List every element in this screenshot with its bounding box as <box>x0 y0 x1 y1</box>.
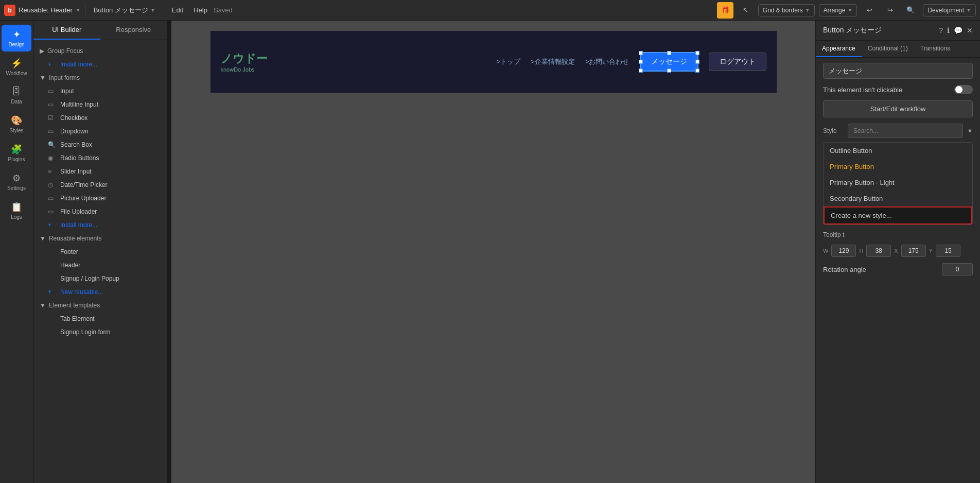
nav-link-top[interactable]: >トップ <box>497 57 521 66</box>
tab-transitions[interactable]: Transitions <box>914 41 956 57</box>
sidebar-item-styles[interactable]: 🎨 Styles <box>2 111 31 137</box>
grid-borders-chevron-icon: ▼ <box>805 7 810 13</box>
plus-icon-1: + <box>48 61 56 68</box>
install-more-2-item[interactable]: + Install more... <box>33 218 167 232</box>
help-icon-btn[interactable]: ? <box>939 26 943 34</box>
workflow-button[interactable]: Start/Edit workflow <box>823 100 973 117</box>
props-content: This element isn't clickable Start/Edit … <box>816 58 980 483</box>
ui-builder-tab-label: UI Builder <box>52 26 81 33</box>
h-input[interactable] <box>866 245 891 257</box>
checkbox-item[interactable]: ☑ Checkbox <box>33 111 167 125</box>
section-input-forms[interactable]: ▼ Input forms <box>33 71 167 84</box>
h-label: H <box>859 248 863 254</box>
nav-link-contact[interactable]: >お問い合わせ <box>585 57 629 66</box>
picture-uploader-item[interactable]: ▭ Picture Uploader <box>33 192 167 205</box>
sidebar-item-plugins[interactable]: 🧩 Plugins <box>2 140 31 166</box>
checkbox-icon: ☑ <box>48 114 56 122</box>
file-uploader-item[interactable]: ▭ File Uploader <box>33 205 167 218</box>
dropdown-item[interactable]: ▭ Dropdown <box>33 125 167 138</box>
workflow-btn-label: Start/Edit workflow <box>870 105 926 113</box>
text-input[interactable] <box>823 63 973 79</box>
radio-buttons-item[interactable]: ◉ Radio Buttons <box>33 151 167 165</box>
tab-ui-builder[interactable]: UI Builder <box>33 21 100 40</box>
multiline-input-item[interactable]: ▭ Multiline Input <box>33 98 167 111</box>
input-label: Input <box>60 88 74 95</box>
signup-login-form-item[interactable]: Signup Login form <box>33 325 167 339</box>
left-sidebar: ✦ Design ⚡ Workflow 🗄 Data 🎨 Styles 🧩 Pl… <box>0 21 33 483</box>
sidebar-item-workflow[interactable]: ⚡ Workflow <box>2 54 31 80</box>
sidebar-item-settings[interactable]: ⚙ Settings <box>2 168 31 195</box>
w-input[interactable] <box>831 245 856 257</box>
new-reusable-item[interactable]: + New reusable... <box>33 285 167 299</box>
primary-button-light-label: Primary Button - Light <box>830 179 895 186</box>
not-clickable-toggle[interactable] <box>954 85 973 94</box>
dropdown-secondary-button[interactable]: Secondary Button <box>824 191 972 206</box>
dropdown-create-new-style[interactable]: Create a new style... <box>824 206 972 225</box>
slider-input-item[interactable]: ≡ Slider Input <box>33 165 167 178</box>
element-name-dropdown[interactable]: Button メッセージ ▼ <box>90 4 160 17</box>
sidebar-item-design[interactable]: ✦ Design <box>2 25 31 51</box>
logout-button[interactable]: ログアウト <box>709 53 766 71</box>
data-icon: 🗄 <box>12 87 21 97</box>
dropdown-primary-button-light[interactable]: Primary Button - Light <box>824 175 972 191</box>
app-logo[interactable]: b Reusable: Header ▼ <box>4 5 81 16</box>
tab-element-label: Tab Element <box>60 315 95 322</box>
datetime-picker-item[interactable]: ◷ Date/Time Picker <box>33 178 167 192</box>
settings-label: Settings <box>7 185 26 191</box>
install-more-1-item[interactable]: + Install more... <box>33 58 167 71</box>
arrange-button[interactable]: Arrange ▼ <box>819 4 857 16</box>
development-button[interactable]: Development ▼ <box>923 4 976 16</box>
arrange-chevron-icon: ▼ <box>847 7 852 13</box>
header-item[interactable]: Header <box>33 258 167 272</box>
dropdown-primary-button[interactable]: Primary Button <box>824 159 972 175</box>
dropdown-outline-button[interactable]: Outline Button <box>824 143 972 159</box>
secondary-button-label: Secondary Button <box>830 195 883 202</box>
section-reusable-elements[interactable]: ▼ Reusable elements <box>33 232 167 245</box>
undo-button[interactable]: ↩ <box>861 2 878 19</box>
search-box-item[interactable]: 🔍 Search Box <box>33 138 167 151</box>
input-item[interactable]: ▭ Input <box>33 84 167 98</box>
dropdown-label: Dropdown <box>60 128 89 135</box>
search-box-label: Search Box <box>60 141 92 148</box>
help-action[interactable]: Help <box>189 4 212 16</box>
section-group-focus[interactable]: ▶ Group Focus <box>33 44 167 58</box>
comment-icon-btn[interactable]: 💬 <box>954 26 962 34</box>
panel-tabs: UI Builder Responsive <box>33 21 167 40</box>
search-button[interactable]: 🔍 <box>902 2 919 19</box>
tab-responsive[interactable]: Responsive <box>100 21 167 40</box>
sidebar-item-logs[interactable]: 📋 Logs <box>2 197 31 224</box>
development-label: Development <box>927 7 964 14</box>
props-header: Button メッセージ ? ℹ 💬 ✕ <box>816 21 980 41</box>
style-dropdown-arrow-icon[interactable]: ▼ <box>967 128 973 134</box>
gift-button[interactable]: 🎁 <box>717 2 733 19</box>
section-collapse-icon: ▶ <box>40 47 44 55</box>
y-input[interactable] <box>936 245 960 257</box>
message-button[interactable]: メッセージ <box>640 52 698 72</box>
tab-appearance[interactable]: Appearance <box>816 41 862 57</box>
cursor-tool-button[interactable]: ↖ <box>738 2 754 19</box>
edit-action[interactable]: Edit <box>168 4 187 16</box>
props-tabs: Appearance Conditional (1) Transitions <box>816 41 980 58</box>
sidebar-item-data[interactable]: 🗄 Data <box>2 82 31 109</box>
section-input-forms-label: Input forms <box>49 74 80 81</box>
info-icon-btn[interactable]: ℹ <box>947 26 950 34</box>
saved-indicator: Saved <box>214 6 233 14</box>
section-element-templates[interactable]: ▼ Element templates <box>33 299 167 312</box>
grid-borders-button[interactable]: Grid & borders ▼ <box>758 4 815 16</box>
style-search-input[interactable] <box>848 124 963 138</box>
top-bar: b Reusable: Header ▼ Button メッセージ ▼ Edit… <box>0 0 980 21</box>
signup-login-popup-item[interactable]: Signup / Login Popup <box>33 272 167 285</box>
close-icon-btn[interactable]: ✕ <box>967 26 973 34</box>
footer-item[interactable]: Footer <box>33 245 167 258</box>
x-label: X <box>894 248 898 254</box>
rotation-input[interactable] <box>942 263 973 275</box>
file-uploader-label: File Uploader <box>60 208 97 215</box>
nav-link-kigyo[interactable]: >企業情報設定 <box>531 57 575 66</box>
tab-conditional[interactable]: Conditional (1) <box>862 41 914 57</box>
search-box-icon: 🔍 <box>48 141 56 148</box>
x-input[interactable] <box>901 245 926 257</box>
style-dropdown: Outline Button Primary Button Primary Bu… <box>823 142 973 225</box>
redo-button[interactable]: ↪ <box>882 2 898 19</box>
resize-handle[interactable] <box>167 21 171 483</box>
tab-element-item[interactable]: Tab Element <box>33 312 167 325</box>
